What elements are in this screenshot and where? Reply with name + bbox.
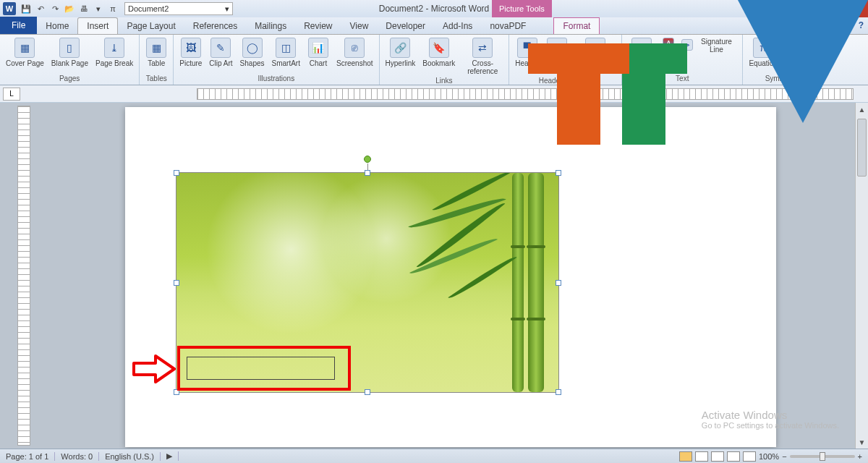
hyperlink-icon: 🔗 [390,38,410,58]
table-button[interactable]: ▦Table [142,36,170,69]
tab-format[interactable]: Format [553,17,600,34]
clipart-button[interactable]: ✎Clip Art [206,36,235,69]
symbol-button[interactable]: ΩSymbol [782,36,812,69]
status-macro-icon[interactable]: ▶ [161,451,179,461]
hyperlink-button[interactable]: 🔗Hyperlink [383,36,419,69]
view-print-layout-button[interactable] [679,451,692,462]
rotate-handle[interactable] [364,156,371,163]
wordart-icon: A [663,38,674,49]
tab-view[interactable]: View [341,18,378,34]
zoom-slider-thumb[interactable] [820,452,825,461]
resize-handle-rm[interactable] [556,280,561,286]
chart-button[interactable]: 📊Chart [305,36,332,69]
qat-equation-icon[interactable]: π [106,2,119,15]
page-number-button[interactable]: #Page Number [572,36,618,77]
zoom-slider[interactable] [790,455,855,458]
chart-label: Chart [310,59,327,67]
bookmark-button[interactable]: 🔖Bookmark [420,36,458,69]
picture-button[interactable]: 🖼Picture [176,36,205,69]
group-pages-label: Pages [3,75,136,83]
qat-open-icon[interactable]: 📂 [63,2,76,15]
zoom-in-button[interactable]: + [858,452,862,461]
qat-save-icon[interactable]: 💾 [20,2,33,15]
document-page[interactable] [125,107,776,447]
resize-handle-bm[interactable] [365,389,370,395]
zoom-out-button[interactable]: − [782,452,786,461]
blank-page-button[interactable]: ▯Blank Page [48,36,91,69]
tab-selector[interactable]: L [3,88,20,101]
screenshot-button[interactable]: ⎚Screenshot [333,36,376,69]
horizontal-ruler[interactable] [197,88,854,100]
page-number-icon: # [585,38,605,58]
shapes-button[interactable]: ◯Shapes [237,36,268,69]
bamboo-stalk [512,173,524,392]
resize-handle-lm[interactable] [174,280,179,286]
view-draft-button[interactable] [743,451,756,462]
status-page[interactable]: Page: 1 of 1 [0,452,55,461]
vertical-scrollbar[interactable]: ▲ ▼ [855,103,868,449]
crossref-label: Cross-reference [462,59,503,75]
tab-home[interactable]: Home [37,18,77,34]
symbol-icon: Ω [787,38,807,58]
help-icon[interactable]: ? [859,20,864,30]
qat-undo-icon[interactable]: ↶ [34,2,47,15]
wordart-button[interactable]: A [660,36,677,52]
crossref-button[interactable]: ⇄Cross-reference [459,36,506,77]
equation-icon: π [753,38,773,58]
dropcap-button[interactable]: A̲ [660,53,677,69]
scroll-up-icon[interactable]: ▲ [856,103,868,116]
tab-mailings[interactable]: Mailings [246,18,295,34]
resize-handle-tr[interactable] [556,170,561,176]
view-outline-button[interactable] [727,451,740,462]
resize-handle-br[interactable] [556,389,561,395]
tab-review[interactable]: Review [295,18,341,34]
tab-addins[interactable]: Add-Ins [434,18,481,34]
signature-line-button[interactable]: ✒Signature Line [678,36,739,55]
document-name-dropdown[interactable]: Document2▾ [124,2,233,15]
tab-file[interactable]: File [0,17,37,34]
header-button[interactable]: ▀Header [512,36,542,69]
group-links-label: Links [383,77,506,85]
quick-access-toolbar: W 💾 ↶ ↷ 📂 🖶 ▾ π Document2▾ Document2 - M… [0,0,868,17]
ribbon-minimize-icon[interactable]: ⌃ [847,20,854,30]
tab-page-layout[interactable]: Page Layout [118,18,184,34]
minimize-button[interactable]: — [786,0,810,17]
tab-developer[interactable]: Developer [377,18,434,34]
crossref-icon: ⇄ [472,38,493,58]
header-label: Header [515,59,539,67]
qat-dropdown-icon[interactable]: ▾ [92,2,105,15]
tab-references[interactable]: References [184,18,246,34]
textbox-button[interactable]: AText Box [625,36,658,69]
close-button[interactable]: ✕ [835,0,868,17]
equation-button[interactable]: πEquation [746,36,780,69]
maximize-button[interactable]: ▢ [810,0,835,17]
view-fullscreen-button[interactable] [695,451,708,462]
zoom-level[interactable]: 100% [759,452,779,461]
group-pages: ▦Cover Page ▯Blank Page ⤓Page Break Page… [0,35,140,85]
view-web-button[interactable] [711,451,724,462]
resize-handle-tl[interactable] [174,170,179,176]
cover-page-button[interactable]: ▦Cover Page [3,36,47,69]
tab-novapdf[interactable]: novaPDF [481,18,535,34]
page-break-button[interactable]: ⤓Page Break [93,36,136,69]
group-text-label: Text [625,75,739,83]
footer-label: Footer [547,59,568,67]
group-tables-label: Tables [142,75,170,83]
footer-button[interactable]: ▄Footer [543,36,571,69]
scroll-down-icon[interactable]: ▼ [856,436,868,449]
qat-print-icon[interactable]: 🖶 [77,2,90,15]
picture-label: Picture [179,59,202,67]
group-illustrations: 🖼Picture ✎Clip Art ◯Shapes ◫SmartArt 📊Ch… [174,35,379,85]
qat-redo-icon[interactable]: ↷ [48,2,61,15]
status-language[interactable]: English (U.S.) [99,452,161,461]
footer-icon: ▄ [547,38,567,58]
table-label: Table [148,59,165,67]
vertical-ruler[interactable] [17,106,30,446]
status-words[interactable]: Words: 0 [55,452,99,461]
smartart-button[interactable]: ◫SmartArt [269,36,303,69]
scroll-thumb[interactable] [857,119,867,177]
resize-handle-tm[interactable] [365,170,370,176]
tab-insert[interactable]: Insert [77,17,118,34]
blank-page-label: Blank Page [51,59,88,67]
document-name-text: Document2 [128,4,169,13]
